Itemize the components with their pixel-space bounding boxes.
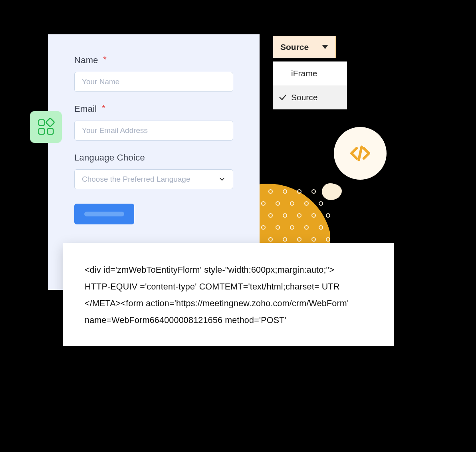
name-label-text: Name: [74, 55, 98, 65]
svg-rect-3: [46, 118, 55, 127]
code-line-1: <div id='zmWebToEntityFlorm' style-"widt…: [85, 262, 372, 279]
caret-down-icon: [322, 45, 328, 50]
source-dropdown-menu: iFrame Source: [273, 61, 347, 109]
apps-icon: [37, 118, 55, 136]
code-line-4: name=WebForm664000008121656 method='POST…: [85, 312, 372, 329]
source-dropdown: Source iFrame Source: [273, 36, 336, 58]
required-asterisk: *: [103, 54, 107, 64]
svg-rect-0: [39, 120, 45, 126]
email-label: Email *: [74, 104, 233, 114]
name-label: Name *: [74, 55, 233, 65]
menu-item-iframe[interactable]: iFrame: [273, 61, 347, 85]
svg-marker-4: [322, 45, 328, 49]
code-panel: <div id='zmWebToEntityFlorm' style-"widt…: [63, 243, 394, 346]
submit-button-placeholder-bar: [84, 212, 124, 216]
code-line-2: HTTP-EQUIV ='content-type' COMTEMT='text…: [85, 279, 372, 295]
name-input[interactable]: [74, 72, 233, 92]
source-dropdown-button[interactable]: Source: [273, 36, 336, 58]
email-input[interactable]: [74, 121, 233, 141]
email-label-text: Email: [74, 104, 97, 114]
field-name: Name *: [74, 55, 233, 92]
code-icon: [349, 142, 372, 165]
menu-item-source-label: Source: [291, 93, 318, 102]
field-email: Email *: [74, 104, 233, 141]
cream-blob-decoration: [322, 183, 342, 200]
code-line-3: </META><form action='https://meetingnew.…: [85, 295, 372, 312]
apps-badge: [30, 111, 62, 143]
language-select[interactable]: Choose the Preferred Language: [74, 169, 233, 189]
language-label: Language Choice: [74, 153, 233, 163]
svg-rect-1: [39, 129, 45, 135]
language-placeholder: Choose the Preferred Language: [82, 175, 218, 184]
code-circle-badge: [334, 127, 387, 180]
check-icon: [278, 93, 287, 102]
source-dropdown-label: Source: [280, 42, 316, 52]
menu-item-source[interactable]: Source: [273, 85, 347, 109]
required-asterisk: *: [102, 103, 105, 113]
chevron-down-icon: [218, 176, 226, 183]
svg-rect-2: [48, 129, 54, 135]
menu-item-iframe-label: iFrame: [291, 69, 317, 78]
field-language: Language Choice Choose the Preferred Lan…: [74, 153, 233, 189]
submit-button[interactable]: [74, 204, 134, 224]
svg-line-5: [359, 147, 361, 160]
